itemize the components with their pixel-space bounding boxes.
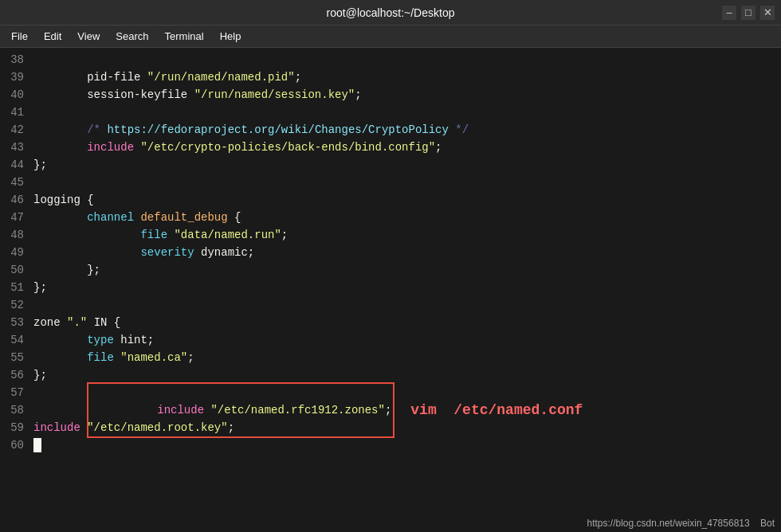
menu-file[interactable]: File [3, 29, 36, 44]
line-40: 40 session-keyfile "/run/named/session.k… [0, 86, 781, 104]
terminal: 38 39 pid-file "/run/named/named.pid"; 4… [0, 48, 781, 532]
line-49: 49 severity dynamic; [0, 244, 781, 261]
line-42: 42 /* https://fedoraproject.org/wiki/Cha… [0, 121, 781, 139]
menubar: File Edit View Search Terminal Help [0, 25, 781, 48]
line-41: 41 [0, 104, 781, 121]
line-52: 52 [0, 296, 781, 314]
code-area: 38 39 pid-file "/run/named/named.pid"; 4… [0, 51, 781, 529]
window-title: root@localhost:~/Desktop [327, 6, 455, 19]
cursor-block [33, 438, 41, 452]
line-54: 54 type hint; [0, 331, 781, 349]
line-46: 46 logging { [0, 191, 781, 209]
maximize-button[interactable]: □ [741, 6, 755, 20]
titlebar: root@localhost:~/Desktop – □ ✕ [0, 0, 781, 25]
close-button[interactable]: ✕ [760, 6, 775, 20]
line-44: 44 }; [0, 156, 781, 174]
vim-annotation: vim /etc/named.conf [410, 401, 583, 419]
line-43: 43 include "/etc/crypto-policies/back-en… [0, 139, 781, 156]
line-38: 38 [0, 51, 781, 68]
line-51: 51 }; [0, 279, 781, 296]
line-39: 39 pid-file "/run/named/named.pid"; [0, 68, 781, 86]
line-53: 53 zone "." IN { [0, 314, 781, 331]
line-48: 48 file "data/named.run"; [0, 226, 781, 244]
menu-view[interactable]: View [69, 29, 108, 44]
line-47: 47 channel default_debug { [0, 209, 781, 226]
window-controls: – □ ✕ [722, 6, 775, 20]
watermark: https://blog.csdn.net/weixin_47856813 Bo… [587, 518, 775, 529]
menu-help[interactable]: Help [212, 29, 249, 44]
menu-edit[interactable]: Edit [36, 29, 69, 44]
line-50: 50 }; [0, 261, 781, 279]
line-45: 45 [0, 174, 781, 191]
minimize-button[interactable]: – [722, 6, 736, 20]
menu-search[interactable]: Search [108, 29, 156, 44]
line-55: 55 file "named.ca"; [0, 349, 781, 366]
menu-terminal[interactable]: Terminal [157, 29, 212, 44]
line-58: 58 include "/etc/named.rfc1912.zones"; v… [0, 401, 781, 419]
